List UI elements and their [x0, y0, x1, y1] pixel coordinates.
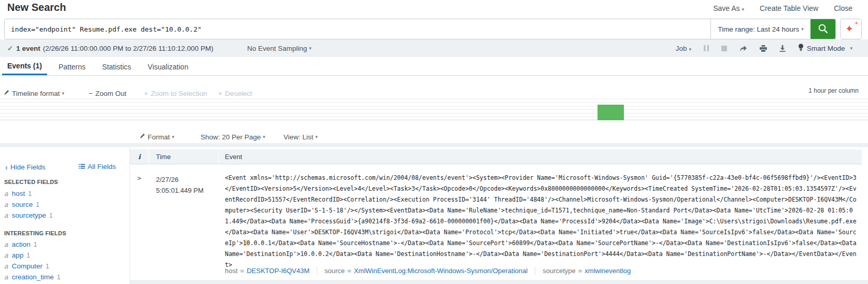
export-button[interactable] — [779, 45, 786, 52]
zoom-to-selection-label: Zoom to Selection — [151, 90, 207, 97]
pencil-icon — [4, 90, 9, 97]
column-header-event: Event — [225, 149, 242, 164]
print-button[interactable] — [760, 45, 767, 52]
zoom-out-label: Zoom Out — [95, 90, 126, 97]
splunk-search-page: New Search Save As▾ Create Table View Cl… — [0, 0, 868, 284]
save-as-label: Save As — [713, 4, 739, 12]
list-icon — [79, 163, 85, 171]
equals-sign: = — [578, 267, 582, 275]
deselect-button[interactable]: ×Deselect — [218, 88, 252, 98]
field-computer[interactable]: aComputer1 — [4, 262, 49, 270]
sampling-label: No Event Sampling — [247, 45, 307, 52]
chevron-left-icon: ‹ — [5, 163, 8, 172]
interesting-fields-header: INTERESTING FIELDS — [4, 230, 66, 236]
chevron-down-icon: ▾ — [316, 134, 318, 139]
column-header-time: Time — [156, 149, 170, 164]
view-menu[interactable]: View: List▾ — [283, 132, 318, 142]
search-button[interactable] — [810, 19, 835, 39]
field-type-icon: a — [4, 201, 8, 208]
view-label: View: List — [283, 133, 314, 141]
event-time-span: (2/26/26 11:00:00.000 PM to 2/27/26 11:1… — [43, 45, 214, 52]
tab-visualization[interactable]: Visualization — [143, 58, 193, 75]
event-field-sourcetype: sourcetype=xmlwineventlog — [535, 267, 638, 275]
chevron-down-icon: ▾ — [62, 91, 65, 96]
tab-events[interactable]: Events (1) — [2, 58, 47, 75]
event-field-source: source=XmlWinEventLog:Microsoft-Windows-… — [317, 267, 535, 275]
tab-statistics[interactable]: Statistics — [97, 58, 136, 75]
ai-assistant-button[interactable]: ✦ ✦ — [840, 19, 862, 39]
check-icon: ✓ — [7, 44, 13, 52]
all-fields-label: All Fields — [88, 163, 116, 171]
field-type-icon: a — [4, 211, 8, 219]
stop-button[interactable] — [721, 46, 727, 51]
timeline-scale-note: 1 hour per column — [808, 87, 859, 94]
section-divider — [0, 143, 868, 147]
all-fields-link[interactable]: All Fields — [79, 163, 116, 171]
save-as-menu[interactable]: Save As▾ — [713, 4, 744, 12]
field-type-icon: a — [4, 262, 8, 270]
zoom-out-button[interactable]: −Zoom Out — [89, 88, 126, 98]
event-raw-text[interactable]: <Event xmlns='http://schemas.microsoft.c… — [225, 173, 857, 271]
per-page-menu[interactable]: Show: 20 Per Page▾ — [201, 132, 265, 142]
per-page-label: Show: 20 Per Page — [201, 133, 261, 141]
field-sourcetype[interactable]: asourcetype1 — [4, 211, 53, 219]
field-type-icon: a — [4, 251, 8, 259]
sparkle-icon: ✦ — [845, 23, 853, 35]
field-type-icon: a — [4, 190, 8, 197]
time-range-picker[interactable]: Time range: Last 24 hours▾ — [710, 19, 810, 39]
raw-text-segment: .0.0.1</Data><Data Name='SourceHostname'… — [225, 239, 857, 268]
close-link[interactable]: Close — [834, 4, 852, 12]
field-key: source — [324, 267, 345, 275]
bottom-divider — [130, 280, 868, 284]
job-status-bar: ✓ 1 event (2/26/26 11:00:00.000 PM to 2/… — [0, 39, 868, 57]
field-value-link[interactable]: xmlwineventlog — [585, 267, 631, 275]
job-status: ✓ 1 event (2/26/26 11:00:00.000 PM to 2/… — [7, 39, 214, 57]
field-app[interactable]: aapp1 — [4, 251, 30, 259]
equals-sign: = — [240, 267, 245, 275]
search-mode-menu[interactable]: Smart Mode▾ — [798, 44, 852, 53]
minus-icon: − — [89, 90, 93, 97]
zoom-to-selection-button[interactable]: +Zoom to Selection — [144, 88, 207, 98]
field-value-link[interactable]: DESKTOP-I6QV43M — [247, 267, 309, 275]
field-key: host — [225, 267, 238, 275]
event-date: 2/27/26 — [156, 174, 204, 185]
field-host[interactable]: ahost1 — [4, 190, 32, 197]
event-sampling-menu[interactable]: No Event Sampling▾ — [247, 39, 311, 57]
field-value-link[interactable]: XmlWinEventLog:Microsoft-Windows-Sysmon/… — [354, 267, 528, 275]
create-table-view-link[interactable]: Create Table View — [760, 4, 818, 12]
field-action[interactable]: aaction1 — [4, 240, 37, 248]
pencil-icon — [140, 133, 145, 141]
field-type-icon: a — [4, 240, 8, 248]
field-source[interactable]: asource1 — [4, 201, 39, 208]
field-key: sourcetype — [543, 267, 576, 275]
selected-fields-header: SELECTED FIELDS — [4, 179, 58, 185]
events-panel: i Time Event > 2/27/26 5:05:01.449 PM <E… — [130, 147, 868, 284]
plus-icon: + — [144, 90, 148, 97]
job-menu[interactable]: Job▾ — [676, 45, 691, 52]
pause-button[interactable] — [704, 45, 709, 51]
tab-patterns[interactable]: Patterns — [53, 58, 91, 75]
timeline-format-menu[interactable]: Timeline format▾ — [4, 88, 64, 98]
events-table-header: i Time Event — [130, 149, 862, 164]
expand-event-icon[interactable]: > — [137, 174, 141, 182]
hide-fields-link[interactable]: ‹ Hide Fields — [5, 163, 46, 172]
chevron-down-icon: ▾ — [172, 134, 175, 139]
event-field-host: host=DESKTOP-I6QV43M — [225, 267, 317, 275]
format-label: Format — [148, 133, 170, 141]
search-input[interactable] — [5, 19, 710, 39]
results-tabs: Events (1) Patterns Statistics Visualiza… — [2, 58, 868, 76]
page-header: New Search Save As▾ Create Table View Cl… — [0, 0, 868, 17]
event-time: 5:05:01.449 PM — [156, 185, 204, 196]
timeline-bar[interactable] — [597, 105, 624, 120]
timeline-format-label: Timeline format — [12, 90, 60, 97]
time-range-label: Time range: Last 24 hours — [718, 25, 799, 33]
event-selected-fields: host=DESKTOP-I6QV43M source=XmlWinEventL… — [225, 267, 638, 275]
search-icon — [817, 23, 829, 36]
chevron-down-icon: ▾ — [850, 46, 852, 51]
event-timestamp: 2/27/26 5:05:01.449 PM — [156, 174, 204, 196]
field-creation-time[interactable]: acreation_time1 — [4, 273, 61, 281]
format-menu[interactable]: Format▾ — [140, 132, 174, 142]
chevron-down-icon: ▾ — [742, 7, 745, 12]
event-timeline-chart[interactable] — [0, 98, 868, 120]
share-button[interactable] — [739, 45, 747, 52]
